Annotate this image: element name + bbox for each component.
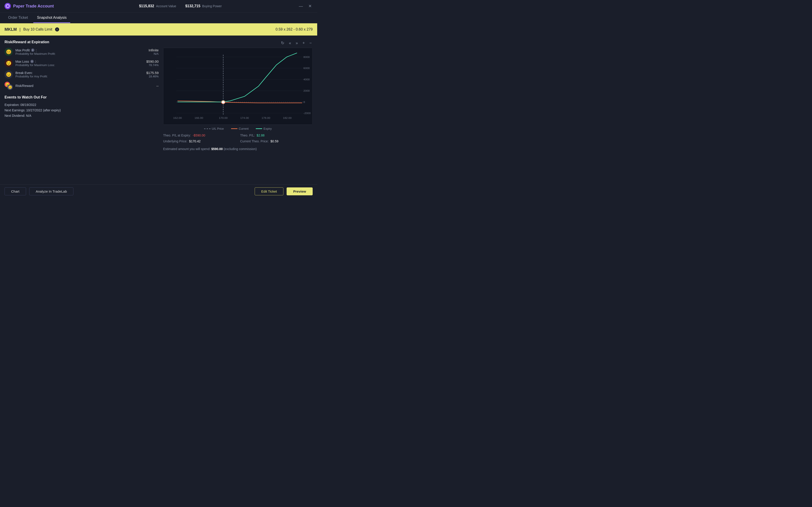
max-profit-labels: Max Profit i : Probability for Maximum P… [15, 48, 146, 55]
ticker-info-icon[interactable]: i [55, 27, 59, 32]
theo-pl-value: $2.88 [257, 133, 265, 137]
max-loss-info-icon[interactable]: i [30, 60, 34, 63]
events-section: Events to Watch Out For Expiration: 08/1… [5, 95, 159, 117]
svg-text:174.00: 174.00 [240, 117, 249, 119]
zoom-out-button[interactable]: − [308, 40, 313, 46]
svg-text:8000: 8000 [303, 55, 310, 58]
minimize-button[interactable]: — [298, 3, 304, 9]
window-controls: — ✕ [298, 3, 313, 9]
legend-ul-price: U/L Price [204, 127, 224, 130]
skip-forward-button[interactable]: » [295, 40, 299, 46]
expiry-line-icon [256, 128, 262, 129]
tab-snapshot-analysis[interactable]: Snapshot Analysis [33, 13, 70, 23]
theo-pl-label: Theo. P/L: [240, 133, 255, 137]
analyze-button[interactable]: Analyze In TradeLab [29, 187, 73, 195]
svg-text:162.00: 162.00 [173, 117, 182, 119]
ticker-price-range: 0.59 x 262 - 0.60 x 279 [275, 27, 313, 32]
buying-power-label: Buying Power [202, 4, 221, 8]
buying-power: $132,715 [185, 4, 201, 8]
zoom-in-button[interactable]: + [302, 40, 306, 46]
break-even-name: Break Even: [15, 71, 144, 75]
svg-text:2000: 2000 [303, 90, 310, 92]
risk-reward-labels: Risk/Reward [15, 84, 154, 88]
next-dividend-event: Next Dividend: N/A [5, 114, 159, 117]
estimated-note: (excluding commission) [223, 147, 257, 151]
account-value-stat: $115,832 Account Value [139, 4, 176, 8]
chart-container: 8000 6000 4000 2000 0 -2000 162.00 166.0… [163, 48, 313, 125]
right-panel: ↻ « » + − 8000 [163, 40, 313, 180]
current-theo-price-row: Current Theo. Price: $0.59 [240, 139, 313, 143]
estimated-amount-row: Estimated amount you will spend: $590.00… [163, 147, 313, 151]
account-value-label: Account Value [156, 4, 176, 8]
chart-legend: U/L Price Current Expiry [163, 127, 313, 130]
app-logo [5, 3, 11, 9]
app-title: Paper Trade Account [13, 4, 54, 9]
risk-reward-row: 😠 😐 Risk/Reward -- [5, 82, 159, 90]
svg-point-21 [221, 101, 225, 104]
footer: Chart Analyze In TradeLab Edit Ticket Pr… [0, 184, 317, 198]
underlying-price-row: Underlying Price: $170.42 [163, 139, 236, 143]
break-even-sub: Probability for Any Profit: [15, 75, 144, 78]
break-even-labels: Break Even: Probability for Any Profit: [15, 71, 144, 78]
close-button[interactable]: ✕ [307, 3, 313, 9]
footer-left-buttons: Chart Analyze In TradeLab [5, 187, 73, 195]
main-content: Risk/Reward at Expiration 😊 Max Profit i… [0, 36, 317, 184]
legend-expiry: Expiry [256, 127, 272, 130]
chart-button[interactable]: Chart [5, 187, 26, 195]
left-panel: Risk/Reward at Expiration 😊 Max Profit i… [5, 40, 159, 180]
refresh-chart-button[interactable]: ↻ [280, 40, 285, 46]
svg-rect-0 [163, 48, 312, 124]
break-even-row: 😐 Break Even: Probability for Any Profit… [5, 70, 159, 78]
chart-svg: 8000 6000 4000 2000 0 -2000 162.00 166.0… [163, 48, 312, 124]
logo-inner [6, 4, 9, 8]
header: Paper Trade Account $115,832 Account Val… [0, 0, 317, 12]
svg-text:182.00: 182.00 [283, 117, 292, 119]
tab-order-ticket[interactable]: Order Ticket [5, 13, 32, 23]
expiration-event: Expiration: 08/19/2022 [5, 103, 159, 107]
max-profit-name: Max Profit i : [15, 48, 146, 52]
svg-text:166.00: 166.00 [194, 117, 203, 119]
ticker-info: MKLM | Buy 10 Calls Limit i [5, 27, 59, 32]
svg-text:178.00: 178.00 [262, 117, 270, 119]
max-profit-value: Infinite N/A [149, 48, 159, 55]
max-loss-labels: Max Loss i : Probability for Maximum Los… [15, 60, 144, 67]
current-theo-price-label: Current Theo. Price: [240, 139, 269, 143]
footer-right-buttons: Edit Ticket Preview [255, 187, 313, 195]
current-theo-price-value: $0.59 [270, 139, 278, 143]
break-even-icon: 😐 [5, 70, 13, 78]
ticker-symbol: MKLM [5, 27, 17, 32]
svg-text:4000: 4000 [303, 78, 310, 81]
risk-reward-title: Risk/Reward at Expiration [5, 40, 159, 44]
svg-text:-2000: -2000 [303, 112, 311, 115]
ticker-action: Buy 10 Calls Limit [23, 27, 52, 32]
tab-bar: Order Ticket Snapshot Analysis [0, 12, 317, 23]
max-loss-row: 😟 Max Loss i : Probability for Maximum L… [5, 59, 159, 67]
max-profit-sub: Probability for Maximum Profit: [15, 52, 146, 55]
edit-ticket-button[interactable]: Edit Ticket [255, 187, 284, 195]
legend-current: Current [231, 127, 249, 130]
next-earnings-event: Next Earnings: 10/27/2022 (after expiry) [5, 108, 159, 112]
break-even-value: $175.59 18.46% [146, 71, 159, 78]
max-loss-name: Max Loss i : [15, 60, 144, 63]
underlying-price-value: $170.42 [189, 139, 201, 143]
estimated-value: $590.00 [211, 147, 223, 151]
underlying-price-label: Underlying Price: [163, 139, 187, 143]
svg-text:0: 0 [303, 101, 305, 103]
risk-reward-value: -- [156, 84, 159, 88]
current-line-icon [231, 128, 238, 129]
ul-price-line-icon [204, 128, 210, 129]
risk-reward-name: Risk/Reward [15, 84, 154, 88]
theo-pl-row: Theo. P/L: $2.88 [240, 133, 313, 137]
preview-button[interactable]: Preview [287, 187, 313, 195]
ticker-divider: | [19, 27, 20, 32]
max-profit-info-icon[interactable]: i [31, 48, 35, 52]
max-loss-sub: Probability for Maximum Loss: [15, 63, 144, 67]
buying-power-stat: $132,715 Buying Power [185, 4, 222, 8]
events-title: Events to Watch Out For [5, 95, 159, 99]
chart-stats: Theo. P/L at Expiry: -$590.00 Theo. P/L:… [163, 133, 313, 151]
risk-reward-icon: 😠 😐 [5, 82, 13, 90]
svg-text:170.00: 170.00 [219, 117, 228, 119]
skip-back-button[interactable]: « [288, 40, 292, 46]
theo-pl-expiry-row: Theo. P/L at Expiry: -$590.00 [163, 133, 236, 137]
svg-text:6000: 6000 [303, 67, 310, 69]
